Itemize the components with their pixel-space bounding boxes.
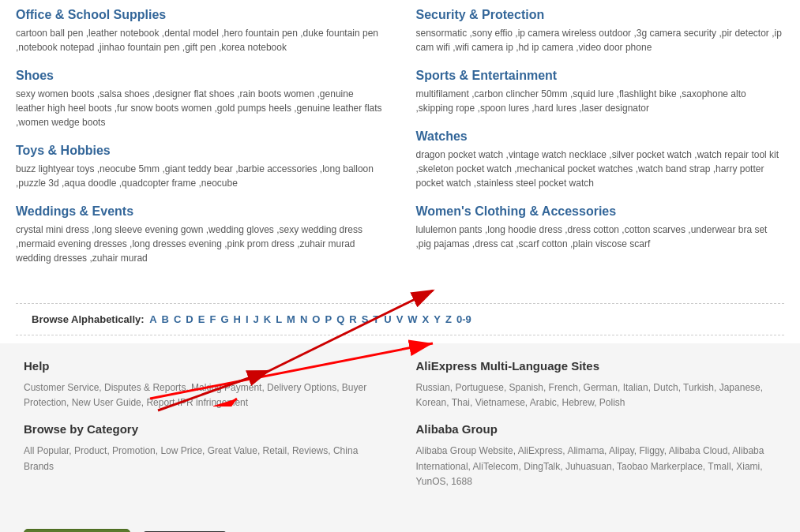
alpha-link-J[interactable]: J — [254, 313, 259, 325]
alpha-link-M[interactable]: M — [287, 313, 295, 325]
alpha-link-N[interactable]: N — [300, 313, 307, 325]
footer-section-alibaba-group: Alibaba Group Alibaba Group Website, Ali… — [416, 422, 777, 489]
alpha-link-U[interactable]: U — [384, 313, 391, 325]
footer-title-alibaba-group: Alibaba Group — [416, 422, 777, 436]
alpha-link-Z[interactable]: Z — [445, 313, 452, 325]
alpha-link-R[interactable]: R — [349, 313, 356, 325]
category-title-shoes[interactable]: Shoes — [16, 69, 385, 83]
alpha-link-O[interactable]: O — [312, 313, 320, 325]
alpha-link-X[interactable]: X — [423, 313, 430, 325]
category-title-sports[interactable]: Sports & Entertainment — [416, 69, 785, 83]
alpha-link-A[interactable]: A — [149, 313, 156, 325]
alpha-link-C[interactable]: C — [174, 313, 181, 325]
category-links-toys: buzz lightyear toys ,neocube 5mm ,giant … — [16, 162, 385, 190]
category-section-toys: Toys & Hobbies buzz lightyear toys ,neoc… — [16, 144, 385, 190]
footer-section-help: Help Customer Service, Disputes & Report… — [24, 359, 385, 410]
alpha-link-I[interactable]: I — [246, 313, 249, 325]
footer-right: AliExpress Multi-Language Sites Russian,… — [416, 359, 777, 501]
footer-content-alibaba-group: Alibaba Group Website, AliExpress, Alima… — [416, 444, 777, 489]
google-play-button[interactable]: ▶ Google Play — [24, 529, 130, 532]
alpha-link-Y[interactable]: Y — [434, 313, 441, 325]
alpha-link-D[interactable]: D — [186, 313, 193, 325]
alpha-link-E[interactable]: E — [198, 313, 205, 325]
category-section-womens: Women's Clothing & Accessories lululemon… — [416, 204, 785, 251]
footer-content-multilanguage: Russian, Portuguese, Spanish, French, Ge… — [416, 380, 777, 410]
category-links-watches: dragon pocket watch ,vintage watch neckl… — [416, 148, 785, 190]
app-buttons-section: ▶ Google Play App Store — [0, 517, 800, 532]
alpha-link-F[interactable]: F — [209, 313, 216, 325]
category-title-security[interactable]: Security & Protection — [416, 8, 785, 22]
alpha-link-09[interactable]: 0-9 — [456, 313, 471, 325]
category-title-weddings[interactable]: Weddings & Events — [16, 204, 385, 219]
category-section-weddings: Weddings & Events crystal mini dress ,lo… — [16, 204, 385, 265]
category-links-security: sensormatic ,sony effio ,ip camera wirel… — [416, 26, 785, 54]
alpha-link-V[interactable]: V — [396, 313, 404, 325]
category-section-watches: Watches dragon pocket watch ,vintage wat… — [416, 129, 785, 190]
category-title-toys[interactable]: Toys & Hobbies — [16, 144, 385, 158]
right-categories: Security & Protection sensormatic ,sony … — [416, 8, 785, 279]
category-links-office: cartoon ball pen ,leather notebook ,dent… — [16, 26, 385, 54]
category-section-sports: Sports & Entertainment multifilament ,ca… — [416, 69, 785, 115]
category-section-shoes: Shoes sexy women boots ,salsa shoes ,des… — [16, 69, 385, 129]
alpha-link-P[interactable]: P — [325, 313, 332, 325]
alpha-link-H[interactable]: H — [234, 313, 241, 325]
category-section-office: Office & School Supplies cartoon ball pe… — [16, 8, 385, 54]
left-categories: Office & School Supplies cartoon ball pe… — [16, 8, 385, 279]
category-section-security: Security & Protection sensormatic ,sony … — [416, 8, 785, 54]
category-title-womens[interactable]: Women's Clothing & Accessories — [416, 204, 785, 219]
footer-title-multilanguage: AliExpress Multi-Language Sites — [416, 359, 777, 373]
footer: Help Customer Service, Disputes & Report… — [0, 343, 800, 517]
alpha-link-L[interactable]: L — [276, 313, 282, 325]
footer-section-browse-category: Browse by Category All Popular, Product,… — [24, 422, 385, 474]
alpha-link-S[interactable]: S — [362, 313, 369, 325]
browse-alpha-label: Browse Alphabetically: — [32, 313, 145, 325]
category-links-weddings: crystal mini dress ,long sleeve evening … — [16, 223, 385, 265]
category-title-watches[interactable]: Watches — [416, 129, 785, 144]
category-links-shoes: sexy women boots ,salsa shoes ,designer … — [16, 87, 385, 129]
footer-left: Help Customer Service, Disputes & Report… — [24, 359, 385, 501]
alpha-link-B[interactable]: B — [162, 313, 169, 325]
alpha-link-Q[interactable]: Q — [336, 313, 344, 325]
category-links-womens: lululemon pants ,long hoodie dress ,dres… — [416, 223, 785, 251]
alpha-link-T[interactable]: T — [373, 313, 379, 325]
footer-title-browse-category: Browse by Category — [24, 422, 385, 436]
category-links-sports: multifilament ,carbon clincher 50mm ,squ… — [416, 87, 785, 115]
footer-content-help: Customer Service, Disputes & Reports, Ma… — [24, 380, 385, 410]
footer-section-multilanguage: AliExpress Multi-Language Sites Russian,… — [416, 359, 777, 410]
alpha-link-G[interactable]: G — [220, 313, 228, 325]
footer-content-browse-category: All Popular, Product, Promotion, Low Pri… — [24, 444, 385, 474]
browse-alphabetically: Browse Alphabetically: ABCDEFGHIJKLMNOPQ… — [16, 303, 784, 335]
footer-title-help: Help — [24, 359, 385, 373]
category-title-office[interactable]: Office & School Supplies — [16, 8, 385, 22]
alpha-link-K[interactable]: K — [264, 313, 271, 325]
alpha-link-W[interactable]: W — [408, 313, 417, 325]
